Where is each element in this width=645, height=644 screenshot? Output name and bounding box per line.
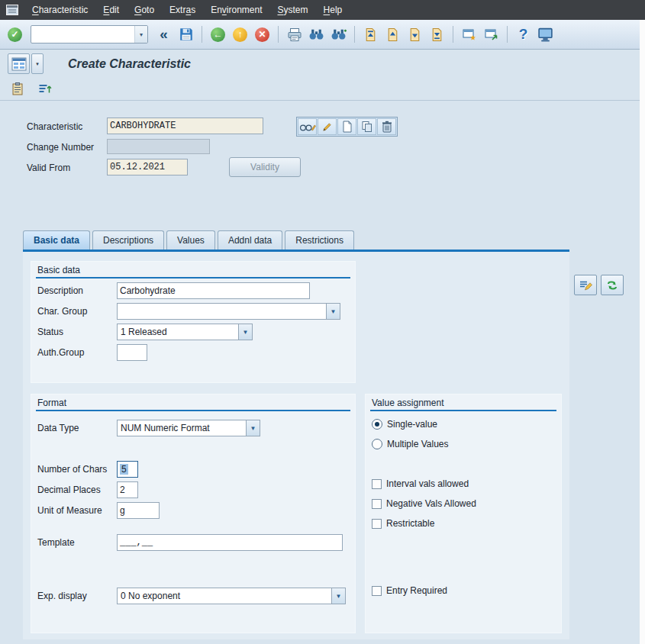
format-groupbox: Format Data Type NUM Numeric Format ▼ Nu…	[31, 394, 356, 633]
template-field[interactable]: ___,__	[117, 534, 343, 551]
tab-panel-basic-data: Basic data Description Carbohydrate Char…	[23, 252, 569, 639]
edit-button[interactable]	[318, 118, 337, 135]
new-session-icon	[462, 27, 477, 42]
multiple-values-radio[interactable]	[372, 439, 382, 449]
entry-required-checkbox[interactable]	[372, 586, 382, 596]
header-icon-group	[296, 117, 398, 137]
menu-item-environment[interactable]: Environment	[203, 1, 269, 19]
decimal-places-value: 2	[120, 485, 125, 495]
single-value-option[interactable]: Single-value	[372, 419, 437, 430]
new-session-button[interactable]	[459, 24, 479, 45]
find-button[interactable]	[306, 24, 327, 45]
save-button[interactable]	[176, 24, 196, 45]
exp-display-label: Exp. display	[37, 591, 87, 601]
menu-item-help[interactable]: Help	[316, 1, 350, 19]
interval-vals-label: Interval vals allowed	[386, 478, 469, 489]
number-of-chars-field[interactable]: 5	[117, 461, 138, 478]
cancel-button[interactable]: ✕	[252, 24, 273, 45]
number-of-chars-label: Number of Chars	[37, 464, 107, 475]
display-change-button[interactable]	[298, 118, 317, 135]
unit-of-measure-value: g	[120, 505, 125, 516]
interval-vals-option[interactable]: Interval vals allowed	[372, 478, 469, 489]
last-page-button[interactable]	[427, 24, 447, 45]
toolbar-separator	[453, 26, 453, 43]
clipboard-icon	[11, 82, 24, 96]
page-down-button[interactable]	[405, 24, 425, 45]
transaction-icon-button[interactable]	[8, 53, 30, 74]
valid-from-value: 05.12.2021	[110, 162, 165, 172]
menu-bar: Characteristic Edit Goto Extras Environm…	[0, 0, 645, 20]
status-value: 1 Released	[118, 324, 238, 340]
template-value: ___,__	[120, 537, 153, 548]
page-title: Create Characteristic	[68, 57, 191, 71]
create-shortcut-button[interactable]	[481, 24, 501, 45]
where-used-button[interactable]	[601, 275, 624, 295]
auth-group-field[interactable]	[117, 344, 147, 361]
chevron-down-icon[interactable]: ▼	[238, 324, 252, 340]
tab-descriptions[interactable]: Descriptions	[92, 230, 164, 250]
status-label: Status	[37, 327, 63, 337]
command-field[interactable]: ▾	[31, 25, 148, 43]
multiple-values-option[interactable]: Multiple Values	[372, 439, 448, 449]
status-dropdown[interactable]: 1 Released ▼	[117, 324, 253, 340]
layout-menu-button[interactable]	[535, 24, 556, 45]
menu-item-edit[interactable]: Edit	[95, 1, 127, 19]
interval-vals-checkbox[interactable]	[372, 479, 382, 489]
menu-item-characteristic[interactable]: Characteristic	[24, 1, 95, 19]
enter-button[interactable]: ✓	[5, 24, 25, 45]
description-field[interactable]: Carbohydrate	[117, 282, 310, 299]
restrictable-checkbox[interactable]	[372, 519, 382, 529]
sort-hierarchy-button[interactable]	[34, 79, 56, 98]
negative-vals-checkbox[interactable]	[372, 499, 382, 509]
copy-pages-icon	[361, 121, 373, 133]
decimal-places-field[interactable]: 2	[117, 481, 138, 498]
chevron-down-icon[interactable]: ▼	[326, 304, 340, 319]
first-page-button[interactable]	[360, 24, 381, 45]
command-dropdown-icon[interactable]: ▾	[134, 26, 147, 43]
collapse-command-button[interactable]: «	[153, 24, 174, 45]
value-assignment-group-title: Value assignment	[372, 398, 444, 408]
data-type-dropdown[interactable]: NUM Numeric Format ▼	[117, 420, 260, 436]
print-button[interactable]	[284, 24, 305, 45]
single-value-radio[interactable]	[372, 419, 382, 430]
basic-data-groupbox: Basic data Description Carbohydrate Char…	[31, 261, 356, 383]
chevron-down-icon[interactable]: ▼	[246, 420, 260, 436]
menu-item-goto[interactable]: Goto	[127, 1, 162, 19]
basic-data-group-title: Basic data	[37, 265, 80, 275]
back-button[interactable]: ←	[208, 24, 228, 45]
valid-from-field[interactable]: 05.12.2021	[107, 159, 188, 175]
copy-button[interactable]	[357, 118, 376, 135]
chevron-down-icon[interactable]: ▼	[331, 588, 345, 604]
validity-button[interactable]: Validity	[229, 157, 301, 177]
sap-window: Characteristic Edit Goto Extras Environm…	[0, 0, 645, 644]
menu-item-system[interactable]: System	[270, 1, 316, 19]
tab-addnl-data[interactable]: Addnl data	[218, 230, 282, 250]
menu-item-extras[interactable]: Extras	[162, 1, 203, 19]
tab-values[interactable]: Values	[166, 230, 215, 250]
system-menu-icon[interactable]	[6, 5, 18, 15]
exp-display-dropdown[interactable]: 0 No exponent ▼	[117, 588, 346, 604]
page-up-button[interactable]	[382, 24, 403, 45]
title-dropdown-button[interactable]: ▾	[31, 53, 44, 74]
help-button[interactable]: ?	[513, 24, 534, 45]
delete-button[interactable]	[377, 118, 396, 135]
tab-basic-data[interactable]: Basic data	[23, 230, 90, 250]
exit-button[interactable]: ↑	[230, 24, 250, 45]
create-button[interactable]	[337, 118, 356, 135]
restrictable-option[interactable]: Restrictable	[372, 518, 434, 529]
change-documents-button[interactable]	[574, 275, 597, 295]
toolbar-separator	[278, 26, 279, 43]
toolbar-separator	[507, 26, 508, 43]
negative-vals-option[interactable]: Negative Vals Allowed	[372, 498, 476, 509]
tab-restrictions[interactable]: Restrictions	[285, 230, 354, 250]
find-next-button[interactable]	[328, 24, 349, 45]
clipboard-button[interactable]	[7, 79, 28, 98]
entry-required-option[interactable]: Entry Required	[372, 585, 447, 596]
value-assignment-groupbox: Value assignment Single-value Multiple V…	[365, 394, 562, 633]
sort-hierarchy-icon	[38, 82, 52, 96]
grid-icon	[11, 57, 27, 71]
char-group-dropdown[interactable]: ▼	[117, 303, 340, 320]
unit-of-measure-field[interactable]: g	[117, 502, 160, 519]
valid-from-label: Valid From	[27, 163, 70, 173]
characteristic-field[interactable]: CARBOHYDRATE	[107, 118, 263, 134]
